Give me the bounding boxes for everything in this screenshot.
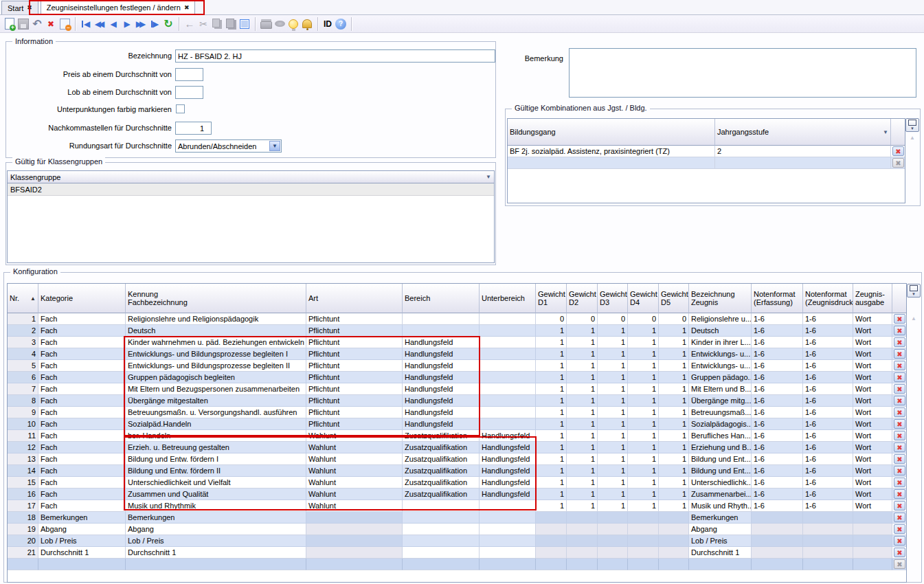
gewicht-d4-cell[interactable]: 0 (628, 313, 659, 325)
gewicht-d1-cell[interactable]: 1 (536, 430, 567, 442)
gewicht-d3-cell[interactable]: 1 (598, 500, 628, 512)
append-row-button[interactable] (907, 284, 921, 297)
gewicht-d3-cell[interactable]: 1 (598, 488, 628, 500)
zeugnisausgabe-cell[interactable]: Wort (853, 313, 892, 325)
gewicht-d2-cell[interactable]: 1 (567, 383, 598, 395)
nr-cell[interactable]: 6 (8, 372, 38, 383)
gewicht-d1-cell[interactable]: 1 (536, 407, 567, 418)
cut-icon[interactable] (196, 17, 210, 31)
gewicht-d5-cell[interactable]: 1 (659, 395, 689, 407)
gewicht-d5-cell[interactable]: 1 (659, 418, 689, 430)
gewicht-d5-cell[interactable]: 1 (659, 442, 689, 453)
art-cell[interactable] (306, 535, 403, 547)
gewicht-d2-cell[interactable]: 1 (567, 325, 598, 337)
new-record-icon[interactable] (3, 17, 16, 31)
gewicht-d4-cell[interactable]: 1 (628, 430, 659, 442)
scroll-up-icon[interactable]: ▲ (907, 133, 918, 143)
nr-cell[interactable]: 2 (8, 325, 38, 337)
art-cell[interactable]: Wahlunt (306, 453, 403, 465)
kategorie-cell[interactable]: Bemerkungen (38, 512, 126, 524)
notenformat-erfassung-cell[interactable]: 1-6 (752, 348, 803, 360)
gewicht-d5-cell[interactable]: 1 (659, 360, 689, 372)
notenformat-zeugnisdruck-cell[interactable]: 1-6 (803, 453, 853, 465)
chevron-down-icon[interactable]: ▼ (486, 174, 491, 180)
table-row[interactable]: 1 Fach Religionslehre und Religionspädag… (8, 313, 907, 325)
zeugnisausgabe-cell[interactable] (853, 547, 892, 559)
table-row[interactable]: 4 Fach Entwicklungs- und Bildungsprozess… (8, 348, 907, 360)
bezeichnung-zeugnis-cell[interactable]: Bemerkungen (689, 512, 752, 524)
kategorie-cell[interactable]: Fach (38, 430, 126, 442)
bereich-cell[interactable]: Handlungsfeld (403, 383, 480, 395)
kennung-cell[interactable]: Bildung und Entw. fördern I (126, 453, 306, 465)
kennung-cell[interactable]: Zusammen und Qualität (126, 488, 306, 500)
bereich-cell[interactable]: Zusatzqualifikation (403, 442, 480, 453)
scroll-up-icon[interactable]: ▲ (908, 314, 919, 324)
gewicht-d4-cell[interactable]: 1 (628, 418, 659, 430)
nr-cell[interactable]: 15 (8, 477, 38, 488)
gewicht-d1-cell[interactable]: 1 (536, 442, 567, 453)
gewicht-d5-cell[interactable]: 1 (659, 465, 689, 477)
undo-icon[interactable] (30, 17, 44, 31)
gewicht-d3-cell[interactable]: 1 (598, 325, 628, 337)
unterbereich-cell[interactable] (480, 418, 536, 430)
art-cell[interactable]: Wahlunt (306, 500, 403, 512)
art-cell[interactable]: Pflichtunt (306, 337, 403, 348)
gewicht-d2-cell[interactable]: 1 (567, 500, 598, 512)
notenformat-zeugnisdruck-cell[interactable]: 1-6 (803, 348, 853, 360)
column-header-gewicht-d3[interactable]: Gewicht D3 (598, 284, 628, 313)
notenformat-zeugnisdruck-cell[interactable] (803, 547, 853, 559)
gewicht-d3-cell[interactable]: 1 (598, 477, 628, 488)
gewicht-d4-cell[interactable]: 1 (628, 348, 659, 360)
notenformat-erfassung-cell[interactable]: 1-6 (752, 465, 803, 477)
zeugnisausgabe-cell[interactable]: Wort (853, 442, 892, 453)
bezeichnung-zeugnis-cell[interactable]: Sozialpädagogis... (689, 418, 752, 430)
delete-row-button[interactable]: ✖ (894, 384, 905, 394)
delete-row-button[interactable]: ✖ (894, 314, 905, 324)
bereich-cell[interactable] (403, 500, 480, 512)
unterbereich-cell[interactable] (480, 372, 536, 383)
notenformat-zeugnisdruck-cell[interactable]: 1-6 (803, 500, 853, 512)
column-header-art[interactable]: Art (306, 284, 403, 313)
art-cell[interactable]: Pflichtunt (306, 360, 403, 372)
unterbereich-cell[interactable] (480, 512, 536, 524)
art-cell[interactable]: Wahlunt (306, 465, 403, 477)
nr-cell[interactable]: 12 (8, 442, 38, 453)
unterbereich-cell[interactable] (480, 547, 536, 559)
kennung-cell[interactable]: Entwicklungs- und Bildungsprozesse begle… (126, 360, 306, 372)
table-row[interactable]: 13 Fach Bildung und Entw. fördern I Wahl… (8, 453, 907, 465)
bezeichnung-input[interactable] (175, 49, 495, 63)
art-cell[interactable]: Pflichtunt (306, 372, 403, 383)
gewicht-d5-cell[interactable]: 1 (659, 477, 689, 488)
table-row[interactable]: 7 Fach Mit Eltern und Bezugspersonen zus… (8, 383, 907, 395)
column-header-bezeichnung-zeugnis[interactable]: Bezeichnung Zeugnis (689, 284, 752, 313)
gewicht-d3-cell[interactable]: 1 (598, 372, 628, 383)
zeugnisausgabe-cell[interactable] (853, 535, 892, 547)
unterbereich-cell[interactable] (480, 524, 536, 535)
gewicht-d4-cell[interactable]: 1 (628, 477, 659, 488)
back-arrow-icon[interactable] (183, 17, 196, 31)
notenformat-erfassung-cell[interactable]: 1-6 (752, 360, 803, 372)
bereich-cell[interactable]: Handlungsfeld (403, 418, 480, 430)
gewicht-d4-cell[interactable]: 1 (628, 500, 659, 512)
gewicht-d1-cell[interactable]: 1 (536, 500, 567, 512)
bezeichnung-zeugnis-cell[interactable]: Kinder in ihrer L... (689, 337, 752, 348)
nr-cell[interactable]: 4 (8, 348, 38, 360)
zeugnisausgabe-cell[interactable] (853, 512, 892, 524)
gewicht-d1-cell[interactable] (536, 512, 567, 524)
notenformat-zeugnisdruck-cell[interactable] (803, 524, 853, 535)
art-cell[interactable] (306, 524, 403, 535)
notification-icon[interactable] (300, 17, 314, 31)
nr-cell[interactable]: 21 (8, 547, 38, 559)
gewicht-d4-cell[interactable]: 1 (628, 488, 659, 500)
zeugnisausgabe-cell[interactable]: Wort (853, 372, 892, 383)
bereich-cell[interactable]: Zusatzqualifikation (403, 430, 480, 442)
table-row[interactable]: 17 Fach Musik und Rhythmik Wahlunt 1 1 1… (8, 500, 907, 512)
notenformat-erfassung-cell[interactable]: 1-6 (752, 325, 803, 337)
kategorie-cell[interactable]: Durchschnitt 1 (38, 547, 126, 559)
edit-form-icon[interactable] (58, 17, 71, 31)
gewicht-d5-cell[interactable]: 1 (659, 430, 689, 442)
gewicht-d3-cell[interactable]: 1 (598, 383, 628, 395)
chevron-down-icon[interactable]: ▼ (883, 129, 888, 135)
nr-cell[interactable]: 3 (8, 337, 38, 348)
bezeichnung-zeugnis-cell[interactable]: Durchschnitt 1 (689, 547, 752, 559)
